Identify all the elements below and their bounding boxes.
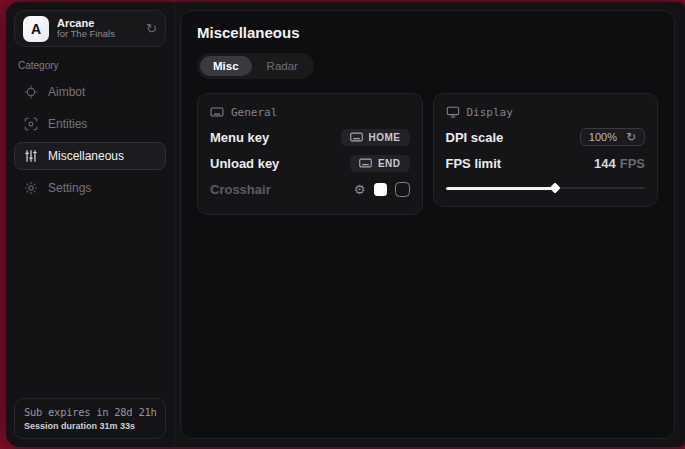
keyboard-icon bbox=[210, 105, 224, 119]
sidebar-item-miscellaneous[interactable]: Miscellaneous bbox=[14, 142, 166, 170]
unload-key-button[interactable]: END bbox=[350, 155, 410, 172]
tab-misc[interactable]: Misc bbox=[200, 56, 252, 76]
keyboard-icon bbox=[350, 132, 363, 142]
sidebar-spacer bbox=[14, 204, 166, 398]
sidebar-item-label: Miscellaneous bbox=[48, 149, 124, 163]
unload-key-label: Unload key bbox=[210, 156, 279, 171]
sidebar-item-aimbot[interactable]: Aimbot bbox=[14, 78, 166, 106]
category-label: Category bbox=[18, 60, 162, 71]
dpi-scale-value: 100% bbox=[589, 131, 617, 143]
tab-bar: Misc Radar bbox=[197, 53, 314, 79]
fps-limit-label: FPS limit bbox=[446, 156, 502, 171]
fps-limit-value: 144 FPS bbox=[594, 156, 645, 171]
fps-limit-row: FPS limit 144 FPS bbox=[446, 150, 646, 176]
crosshair-label: Crosshair bbox=[210, 182, 271, 197]
session-duration-text: Session duration 31m 33s bbox=[24, 421, 156, 431]
sidebar: A Arcane for The Finals ↻ Category Aimbo… bbox=[6, 2, 175, 447]
sub-expires-text: Sub expires in 28d 21h bbox=[24, 406, 156, 418]
unload-key-value: END bbox=[378, 158, 401, 169]
sidebar-item-entities[interactable]: Entities bbox=[14, 110, 166, 138]
menu-key-label: Menu key bbox=[210, 130, 269, 145]
history-icon[interactable]: ↻ bbox=[146, 22, 157, 35]
page-title: Miscellaneous bbox=[197, 24, 658, 41]
tab-radar[interactable]: Radar bbox=[254, 56, 311, 76]
scan-icon bbox=[24, 117, 38, 131]
crosshair-settings-gear-icon[interactable]: ⚙ bbox=[354, 183, 366, 196]
gear-icon bbox=[24, 181, 38, 195]
fps-limit-slider[interactable] bbox=[446, 182, 646, 194]
sliders-icon bbox=[24, 149, 38, 163]
keyboard-icon bbox=[359, 158, 372, 168]
fps-number: 144 bbox=[594, 156, 616, 171]
display-card-header: Display bbox=[446, 105, 646, 119]
main-panel: Miscellaneous Misc Radar General bbox=[180, 10, 675, 439]
display-card: Display DPI scale 100% ↻ FPS limit 144 F… bbox=[433, 93, 659, 207]
slider-handle[interactable] bbox=[550, 182, 561, 193]
app-logo: A bbox=[23, 16, 49, 42]
app-window: A Arcane for The Finals ↻ Category Aimbo… bbox=[6, 2, 685, 447]
general-card-header: General bbox=[210, 105, 410, 119]
app-titles: Arcane for The Finals bbox=[57, 17, 138, 41]
display-card-title: Display bbox=[467, 106, 513, 119]
general-card-title: General bbox=[231, 106, 277, 119]
menu-key-row: Menu key HOME bbox=[210, 124, 410, 150]
dpi-scale-label: DPI scale bbox=[446, 130, 504, 145]
crosshair-controls: ⚙ bbox=[354, 182, 410, 197]
sidebar-item-settings[interactable]: Settings bbox=[14, 174, 166, 202]
sidebar-item-label: Entities bbox=[48, 117, 87, 131]
sidebar-item-label: Aimbot bbox=[48, 85, 85, 99]
sidebar-header: A Arcane for The Finals ↻ bbox=[14, 10, 166, 47]
sidebar-item-label: Settings bbox=[48, 181, 91, 195]
app-subtitle: for The Finals bbox=[57, 29, 138, 40]
crosshair-color-swatch[interactable] bbox=[374, 183, 387, 196]
slider-fill bbox=[446, 187, 556, 190]
unload-key-row: Unload key END bbox=[210, 150, 410, 176]
dpi-scale-row: DPI scale 100% ↻ bbox=[446, 124, 646, 150]
fps-unit: FPS bbox=[620, 156, 645, 171]
session-card: Sub expires in 28d 21h Session duration … bbox=[14, 398, 166, 439]
cards-row: General Menu key HOME Unload key bbox=[197, 93, 658, 215]
monitor-icon bbox=[446, 105, 460, 119]
menu-key-value: HOME bbox=[369, 132, 401, 143]
menu-key-button[interactable]: HOME bbox=[341, 129, 410, 146]
crosshair-icon bbox=[24, 85, 38, 99]
general-card: General Menu key HOME Unload key bbox=[197, 93, 423, 215]
reset-icon[interactable]: ↻ bbox=[626, 131, 636, 143]
dpi-scale-select[interactable]: 100% ↻ bbox=[580, 128, 645, 146]
crosshair-row: Crosshair ⚙ bbox=[210, 176, 410, 202]
crosshair-checkbox[interactable] bbox=[395, 182, 410, 197]
